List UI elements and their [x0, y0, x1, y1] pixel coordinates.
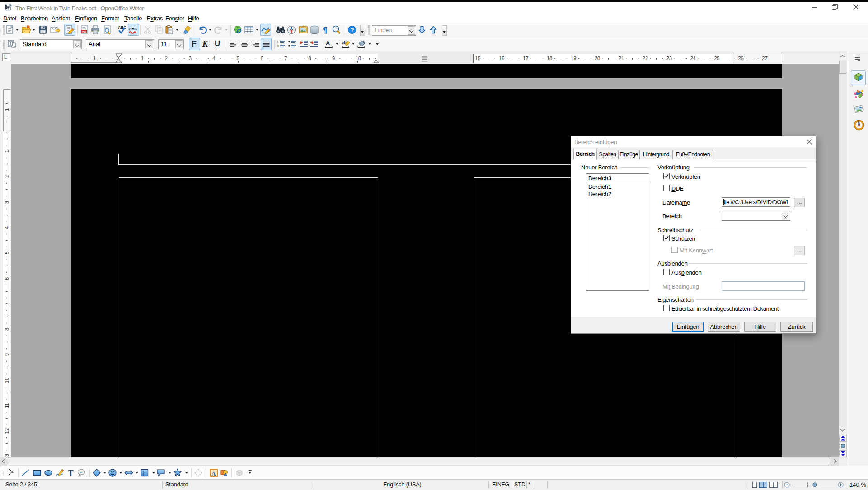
svg-text:I: I [277, 40, 278, 43]
svg-text:T: T [68, 469, 74, 478]
svg-text:A: A [326, 40, 330, 47]
svg-text:¶: ¶ [323, 25, 327, 35]
svg-text:ABC: ABC [118, 25, 126, 30]
svg-text:N: N [858, 121, 860, 124]
svg-text:II: II [277, 44, 279, 47]
svg-text:PDF: PDF [82, 30, 87, 33]
svg-text:ABC: ABC [129, 27, 137, 31]
svg-text:?: ? [351, 27, 354, 33]
svg-text:A: A [211, 470, 216, 477]
